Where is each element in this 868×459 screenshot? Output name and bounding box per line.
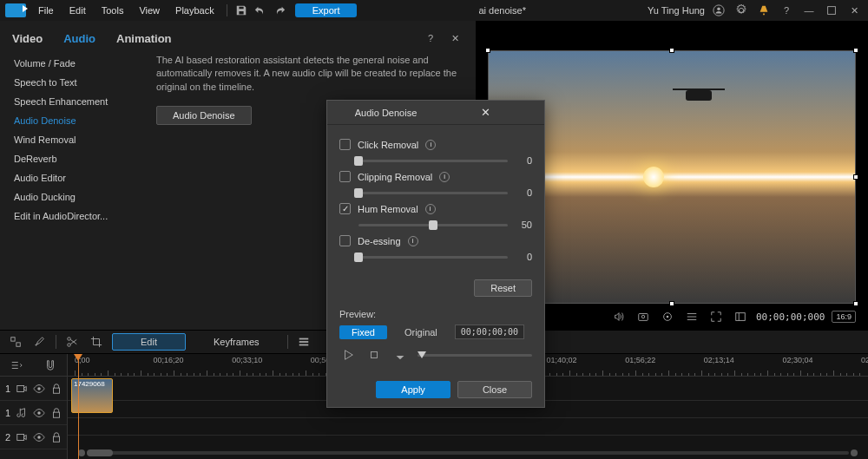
reset-button[interactable]: Reset [474,279,532,297]
crop-tool-icon[interactable] [88,333,105,351]
track-head: 1 [0,401,67,425]
preview-label: Preview: [339,309,532,319]
track-visible-icon[interactable] [33,404,45,422]
sidebar-item-stt[interactable]: Speech to Text [10,73,149,92]
slider-3[interactable] [358,256,508,259]
sidebar-item-volume[interactable]: Volume / Fade [10,54,149,73]
resize-handle[interactable] [669,301,674,306]
video-track-2[interactable] [68,418,868,436]
timeline-scrollbar[interactable] [68,449,868,457]
edit-mode-button[interactable]: Edit [112,333,186,351]
track-menu-icon[interactable] [8,357,25,374]
preview-stop-icon[interactable] [365,346,383,364]
playhead[interactable] [78,354,79,459]
resize-handle[interactable] [853,174,858,180]
maximize-icon[interactable] [823,2,840,19]
menu-file[interactable]: File [31,3,61,17]
sidebar-item-ducking[interactable]: Audio Ducking [10,187,149,207]
panel-close-icon[interactable]: ✕ [446,30,464,47]
user-icon[interactable] [710,2,727,19]
tab-audio[interactable]: Audio [63,32,95,45]
apply-button[interactable]: Apply [376,381,450,398]
sidebar-item-dereverb[interactable]: DeReverb [10,149,149,168]
volume-icon[interactable] [610,308,628,325]
option-label: Clipping Removal [358,172,432,182]
username: Yu Ting Hung [648,5,705,16]
gear-icon[interactable] [733,2,750,19]
sidebar-item-enhance[interactable]: Speech Enhancement [10,92,149,111]
track-lock-icon[interactable] [50,429,62,446]
resize-handle[interactable] [853,48,858,53]
keyframes-mode-button[interactable]: Keyframes [193,334,280,350]
fit-icon[interactable] [707,308,725,325]
preview-slider[interactable] [418,354,532,357]
redo-icon[interactable] [271,2,288,19]
ruler-mark: 00;33;10 [232,356,262,364]
svg-rect-23 [54,436,60,442]
preview-tab-original[interactable]: Original [392,325,450,339]
minimize-icon[interactable]: — [800,2,818,19]
resize-handle[interactable] [669,48,674,53]
track-type-icon [16,380,28,397]
track-number: 1 [5,408,10,418]
checkbox-click-removal[interactable] [339,139,351,150]
quality-icon[interactable] [659,308,676,325]
panel-help-icon[interactable]: ? [422,30,439,47]
menu-edit[interactable]: Edit [62,3,93,17]
tab-animation[interactable]: Animation [116,32,172,45]
track-visible-icon[interactable] [33,380,45,397]
slider-1[interactable] [358,192,508,194]
resize-handle[interactable] [485,48,490,53]
track-lock-icon[interactable] [50,380,62,397]
cut-tool-icon[interactable] [63,333,81,351]
preview-tab-fixed[interactable]: Fixed [339,325,387,339]
slider-2[interactable] [358,224,508,226]
preview-scrubber[interactable] [488,28,856,33]
close-icon[interactable]: ✕ [845,2,863,19]
sidebar-item-denoise[interactable]: Audio Denoise [10,111,149,130]
checkbox-clipping-removal[interactable] [339,171,351,182]
grid-icon[interactable] [683,308,700,325]
brush-tool-icon[interactable] [31,333,49,351]
preview-timecode: 00;00;00;00 [455,325,524,339]
track-visible-icon[interactable] [33,429,45,446]
info-icon[interactable]: i [425,140,436,150]
tab-video[interactable]: Video [12,32,43,45]
slider-value: 0 [515,187,532,198]
menubar: File Edit Tools View Playback Export ai … [0,0,868,21]
info-icon[interactable]: i [439,172,450,182]
audio-denoise-button[interactable]: Audio Denoise [156,106,252,125]
fullscreen-icon[interactable] [732,308,749,325]
select-tool-icon[interactable] [7,333,24,351]
dialog-close-icon[interactable]: ✕ [436,106,536,119]
export-button[interactable]: Export [295,3,358,17]
menu-playback[interactable]: Playback [168,3,221,17]
snapshot-icon[interactable] [635,308,652,325]
effects-sidebar: Volume / Fade Speech to Text Speech Enha… [10,54,149,319]
app-logo[interactable] [5,3,26,17]
option-label: Click Removal [358,140,418,150]
preview-vol-icon[interactable] [391,346,409,364]
close-button[interactable]: Close [457,381,532,398]
magnet-icon[interactable] [42,357,59,374]
menu-tools[interactable]: Tools [95,3,131,17]
sidebar-item-editor[interactable]: Audio Editor [10,168,149,187]
sidebar-item-wind[interactable]: Wind Removal [10,130,149,149]
preview-play-icon[interactable] [339,346,357,364]
save-icon[interactable] [233,2,250,19]
slider-0[interactable] [358,160,508,162]
resize-handle[interactable] [853,301,858,306]
aspect-ratio[interactable]: 16:9 [832,311,856,323]
help-icon[interactable]: ? [778,2,795,19]
checkbox-de-essing[interactable] [339,235,351,246]
undo-icon[interactable] [252,2,269,19]
checkbox-hum-removal[interactable] [339,203,351,214]
sidebar-item-audiodirector[interactable]: Edit in AudioDirector... [10,207,149,226]
info-icon[interactable]: i [408,236,418,246]
notify-icon[interactable] [755,2,773,19]
menu-view[interactable]: View [132,3,167,17]
info-icon[interactable]: i [425,204,436,214]
track-lock-icon[interactable] [50,404,62,422]
more-tools-icon[interactable] [295,333,312,351]
svg-rect-21 [17,434,24,440]
